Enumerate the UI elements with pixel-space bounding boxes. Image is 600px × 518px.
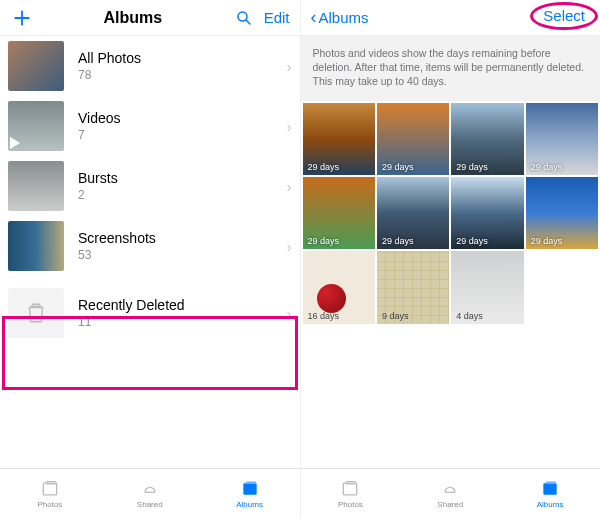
- chevron-right-icon: ›: [287, 305, 292, 322]
- album-thumbnail: [8, 161, 64, 211]
- album-name: Bursts: [78, 170, 287, 186]
- search-button[interactable]: [232, 6, 256, 30]
- svg-rect-1: [43, 483, 56, 495]
- svg-rect-4: [245, 481, 255, 484]
- album-count: 2: [78, 188, 287, 202]
- photo-cell[interactable]: 29 days: [526, 103, 598, 175]
- left-tabbar: Photos Shared Albums: [0, 468, 300, 518]
- edit-button[interactable]: Edit: [264, 9, 290, 26]
- photo-cell[interactable]: 29 days: [377, 103, 449, 175]
- photo-grid: 29 days 29 days 29 days 29 days 29 days …: [301, 101, 601, 326]
- days-remaining: 29 days: [531, 236, 563, 246]
- album-count: 11: [78, 315, 287, 329]
- album-row-bursts[interactable]: Bursts 2 ›: [0, 156, 300, 216]
- album-name: Videos: [78, 110, 287, 126]
- svg-rect-5: [344, 483, 357, 495]
- chevron-left-icon: ‹: [311, 7, 317, 28]
- tab-label: Shared: [137, 500, 163, 509]
- left-header: Albums Edit: [0, 0, 300, 36]
- tab-photos[interactable]: Photos: [0, 469, 100, 518]
- photo-cell[interactable]: 9 days: [377, 251, 449, 323]
- photo-cell[interactable]: 29 days: [303, 103, 375, 175]
- album-name: All Photos: [78, 50, 287, 66]
- tab-label: Photos: [37, 500, 62, 509]
- album-name: Recently Deleted: [78, 297, 287, 313]
- highlight-annotation: Select: [530, 2, 598, 30]
- svg-rect-7: [543, 483, 556, 495]
- tab-label: Albums: [537, 500, 564, 509]
- select-button[interactable]: Select: [543, 7, 585, 24]
- days-remaining: 4 days: [456, 311, 483, 321]
- recently-deleted-pane: ‹ Albums Select Photos and videos show t…: [301, 0, 601, 518]
- right-tabbar: Photos Shared Albums: [301, 468, 601, 518]
- photo-cell[interactable]: 29 days: [526, 177, 598, 249]
- chevron-right-icon: ›: [287, 178, 292, 195]
- days-remaining: 16 days: [308, 311, 340, 321]
- tab-albums[interactable]: Albums: [200, 469, 300, 518]
- album-row-all-photos[interactable]: All Photos 78 ›: [0, 36, 300, 96]
- album-thumbnail: [8, 101, 64, 151]
- album-thumbnail: [8, 41, 64, 91]
- days-remaining: 29 days: [308, 236, 340, 246]
- days-remaining: 29 days: [382, 162, 414, 172]
- tab-label: Photos: [338, 500, 363, 509]
- album-count: 53: [78, 248, 287, 262]
- photo-cell[interactable]: 16 days: [303, 251, 375, 323]
- tab-label: Shared: [437, 500, 463, 509]
- deletion-info-banner: Photos and videos show the days remainin…: [301, 36, 601, 101]
- album-list: All Photos 78 › Videos 7 › Bursts 2: [0, 36, 300, 468]
- photo-cell[interactable]: 29 days: [451, 177, 523, 249]
- photo-cell[interactable]: 4 days: [451, 251, 523, 323]
- back-button[interactable]: ‹ Albums: [311, 7, 369, 28]
- tab-label: Albums: [236, 500, 263, 509]
- days-remaining: 29 days: [456, 236, 488, 246]
- tab-albums[interactable]: Albums: [500, 469, 600, 518]
- svg-point-0: [238, 12, 247, 21]
- left-title: Albums: [34, 9, 232, 27]
- album-count: 7: [78, 128, 287, 142]
- days-remaining: 29 days: [456, 162, 488, 172]
- days-remaining: 29 days: [382, 236, 414, 246]
- album-name: Screenshots: [78, 230, 287, 246]
- tab-photos[interactable]: Photos: [301, 469, 401, 518]
- days-remaining: 29 days: [531, 162, 563, 172]
- album-count: 78: [78, 68, 287, 82]
- album-row-videos[interactable]: Videos 7 ›: [0, 96, 300, 156]
- svg-rect-8: [546, 481, 556, 484]
- chevron-right-icon: ›: [287, 238, 292, 255]
- photo-cell[interactable]: 29 days: [377, 177, 449, 249]
- back-label: Albums: [319, 9, 369, 26]
- svg-rect-3: [243, 483, 256, 495]
- album-thumbnail: [8, 221, 64, 271]
- album-row-screenshots[interactable]: Screenshots 53 ›: [0, 216, 300, 276]
- days-remaining: 9 days: [382, 311, 409, 321]
- photo-cell[interactable]: 29 days: [303, 177, 375, 249]
- add-album-button[interactable]: [10, 6, 34, 30]
- tab-shared[interactable]: Shared: [100, 469, 200, 518]
- albums-pane: Albums Edit All Photos 78 › Videos 7: [0, 0, 301, 518]
- days-remaining: 29 days: [308, 162, 340, 172]
- trash-icon: [8, 288, 64, 338]
- album-row-recently-deleted[interactable]: Recently Deleted 11 ›: [0, 276, 300, 350]
- photo-cell[interactable]: 29 days: [451, 103, 523, 175]
- tab-shared[interactable]: Shared: [400, 469, 500, 518]
- right-header: ‹ Albums Select: [301, 0, 601, 36]
- chevron-right-icon: ›: [287, 118, 292, 135]
- chevron-right-icon: ›: [287, 58, 292, 75]
